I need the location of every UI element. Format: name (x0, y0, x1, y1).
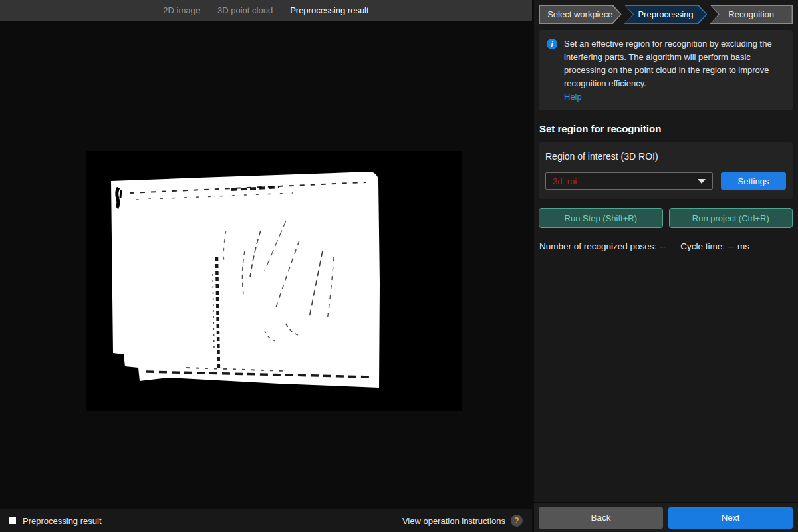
chevron-down-icon (698, 179, 706, 184)
wizard-steps: Select workpiece Preprocessing Recogniti… (539, 5, 793, 24)
step-select-workpiece[interactable]: Select workpiece (539, 5, 622, 24)
step-preprocessing[interactable]: Preprocessing (624, 5, 708, 24)
legend-square-icon (9, 517, 16, 524)
info-box: i Set an effective region for recognitio… (539, 30, 793, 110)
view-instructions-label[interactable]: View operation instructions (402, 516, 505, 526)
point-cloud-render (86, 151, 462, 411)
cycle-time-value: -- (728, 241, 734, 251)
cycle-time-unit: ms (737, 241, 749, 251)
run-buttons-row: Run Step (Shift+R) Run project (Ctrl+R) (539, 208, 793, 228)
step-recognition[interactable]: Recognition (710, 5, 793, 24)
poses-label: Number of recognized poses: (539, 241, 656, 251)
roi-label: Region of interest (3D ROI) (545, 151, 786, 162)
wizard-footer: Back Next (534, 502, 798, 532)
section-title: Set region for recognition (539, 123, 793, 134)
info-text: Set an effective region for recognition … (564, 39, 772, 88)
result-stats: Number of recognized poses: -- Cycle tim… (539, 241, 793, 251)
status-left-label: Preprocessing result (23, 516, 102, 526)
view-tabs-bar: 2D image 3D point cloud Preprocessing re… (0, 0, 532, 21)
run-project-button[interactable]: Run project (Ctrl+R) (669, 208, 793, 228)
back-button[interactable]: Back (539, 507, 663, 529)
info-icon: i (547, 39, 557, 49)
roi-panel: Region of interest (3D ROI) 3d_roi Setti… (539, 142, 793, 199)
next-button[interactable]: Next (668, 507, 793, 529)
cycle-time-label: Cycle time: (680, 241, 725, 251)
tab-preprocessing-result[interactable]: Preprocessing result (290, 4, 369, 17)
roi-selected-value: 3d_roi (553, 176, 577, 186)
help-link[interactable]: Help (564, 90, 785, 104)
point-cloud-viewport[interactable] (0, 21, 532, 509)
status-bar: Preprocessing result View operation inst… (0, 509, 532, 532)
preprocessing-result-image[interactable] (86, 151, 462, 411)
sidebar: Select workpiece Preprocessing Recogniti… (532, 0, 798, 532)
help-question-icon[interactable]: ? (511, 515, 523, 527)
poses-value: -- (660, 241, 666, 251)
settings-button[interactable]: Settings (721, 172, 786, 190)
tab-3d-point-cloud[interactable]: 3D point cloud (217, 4, 273, 17)
roi-dropdown[interactable]: 3d_roi (545, 172, 713, 190)
tab-2d-image[interactable]: 2D image (163, 4, 200, 17)
run-step-button[interactable]: Run Step (Shift+R) (539, 208, 663, 228)
